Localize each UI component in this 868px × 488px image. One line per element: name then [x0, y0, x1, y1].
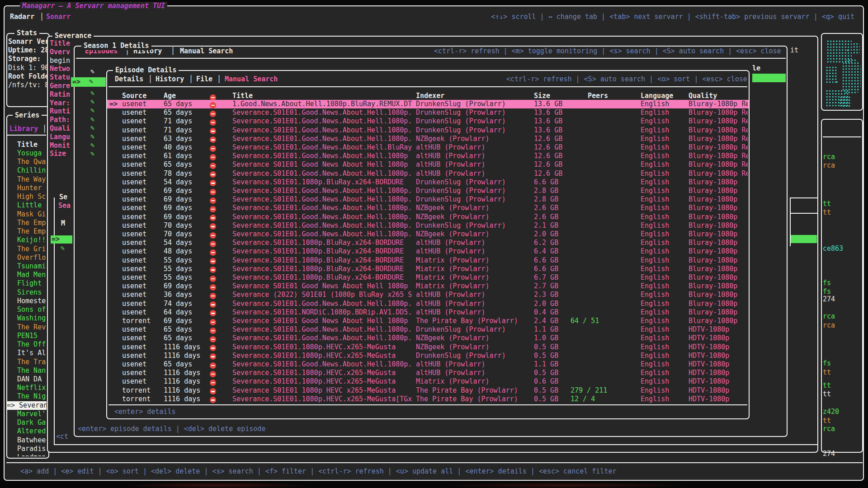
series-item[interactable]: Sirens	[17, 288, 47, 297]
release-row[interactable]: usenet54 daysSeverance.S01E01.1080p.BluR…	[107, 239, 749, 247]
release-row[interactable]: usenet71 daysSeverance.S01E01.Good.News.…	[107, 126, 749, 135]
column-header-peers[interactable]: Peers	[588, 92, 608, 100]
series-item[interactable]: Dark Ga	[17, 418, 47, 427]
series-item[interactable]: Batwhee	[17, 436, 47, 445]
series-item[interactable]: Keijo!!	[17, 236, 47, 244]
release-row[interactable]: usenet36 daysSeverance (2022) S01E01 (10…	[107, 291, 749, 299]
series-item[interactable]: The Emp	[17, 227, 47, 236]
release-row[interactable]: usenet1116 daysSeverance.S01E01.1080p.HE…	[107, 343, 749, 352]
episode-monitor-icon[interactable]: ✎	[90, 141, 94, 150]
series-item[interactable]: The Nig	[17, 392, 47, 401]
column-header-size[interactable]: Size	[534, 92, 550, 100]
series-item[interactable]: It's Al	[17, 349, 47, 357]
episode-monitor-icon[interactable]: ✎	[90, 132, 94, 141]
tab-details[interactable]: Details	[115, 75, 143, 84]
release-row[interactable]: usenet54 daysSeverance.S01E01.1080p.BluR…	[107, 178, 749, 187]
release-row[interactable]: torrent1116 daysSeverance.S01E01.1080p.H…	[107, 395, 749, 404]
series-item[interactable]: The Off	[17, 340, 47, 349]
series-item[interactable]: The Qwa	[17, 158, 47, 166]
episode-monitor-icon[interactable]: ✎	[90, 106, 94, 115]
release-row[interactable]: usenet69 daysSeverance.S01E01.Good.News.…	[107, 195, 749, 204]
series-item[interactable]: The Nan	[17, 366, 47, 375]
release-row[interactable]: =>usenet65 days1.Good.News.About.Hell.10…	[107, 100, 749, 108]
series-item[interactable]: The Rev	[17, 323, 47, 332]
release-row[interactable]: usenet69 daysSeverance S01E01 Good News …	[107, 282, 749, 291]
release-row[interactable]: usenet40 daysSeverance.S01E01.Good.News.…	[107, 143, 749, 152]
release-row[interactable]: torrent1116 daysSeverance S01E01 1080p H…	[107, 386, 749, 395]
column-header-source[interactable]: Source	[122, 92, 146, 100]
series-item[interactable]: Little	[17, 201, 47, 210]
column-header-quality[interactable]: Quality	[689, 92, 717, 100]
series-item[interactable]: The Emp	[17, 219, 47, 227]
episode-monitor-icon[interactable]: ✎	[90, 124, 94, 132]
series-item[interactable]: Mask Gi	[17, 210, 47, 219]
release-row[interactable]: usenet55 daysSeverance.S01E01.1080p.BluR…	[107, 265, 749, 273]
sidebar-tab-library[interactable]: Library	[9, 125, 38, 133]
column-header-title[interactable]: Title	[232, 92, 253, 100]
series-item[interactable]: Tsunami	[17, 262, 47, 271]
series-item[interactable]: Sons of	[17, 305, 47, 314]
release-row[interactable]: usenet1116 daysSeverance.S01E01.1080p.HE…	[107, 377, 749, 386]
stats-line: Disk 1: 90	[8, 64, 48, 72]
release-row[interactable]: usenet1116 daysSeverance.S01E01.1080p.HE…	[107, 352, 749, 360]
series-item[interactable]: DAN DA	[17, 375, 47, 384]
tab-ep-manual-search[interactable]: Manual Search	[225, 75, 278, 84]
tab-manual-search[interactable]: Manual Search	[180, 47, 233, 56]
cell-source: usenet	[122, 178, 146, 187]
series-item[interactable]: Netflix	[17, 384, 47, 392]
release-row[interactable]: usenet64 daysSeverance.S01E01.NORDiC.108…	[107, 308, 749, 317]
series-item[interactable]: Mad Men	[17, 271, 47, 279]
release-row[interactable]: usenet69 daysSeverance.S01E01.Good.News.…	[107, 187, 749, 195]
tab-file[interactable]: File	[196, 75, 212, 84]
tab-radarr[interactable]: Radarr	[10, 13, 34, 21]
release-row[interactable]: usenet65 daysSeverance.S01E01.Good.News.…	[107, 108, 749, 117]
series-item[interactable]: Washing	[17, 314, 47, 323]
release-row[interactable]: usenet65 daysSeverance.S01E01.Good.News.…	[107, 325, 749, 334]
series-item[interactable]: The Way	[17, 175, 47, 184]
release-row[interactable]: usenet65 daysSeverance.S01E01.Good.News.…	[107, 360, 749, 369]
series-item[interactable]: Hunter	[17, 184, 47, 192]
series-item[interactable]: PEN15	[17, 332, 47, 340]
series-item[interactable]: The Gri	[17, 245, 47, 253]
release-row[interactable]: usenet55 daysSeverance.S01E01.1080p.BluR…	[107, 273, 749, 282]
series-item[interactable]: Flight	[17, 279, 47, 288]
series-item[interactable]: Altered	[17, 427, 47, 436]
series-item[interactable]: Landman	[17, 453, 47, 456]
release-row[interactable]: usenet1116 daysSeverance.S01E01.1080p.HE…	[107, 369, 749, 377]
release-row[interactable]: usenet70 daysSeverance.S01E01.Good.News.…	[107, 230, 749, 239]
series-item[interactable]: The Tra	[17, 358, 47, 366]
release-row[interactable]: usenet70 daysSeverance.S01E01.Good.News.…	[107, 221, 749, 230]
release-row[interactable]: usenet69 daysSeverance.S01E01.Good.News.…	[107, 204, 749, 212]
episode-monitor-icon[interactable]: ✎	[90, 150, 94, 158]
release-row[interactable]: usenet55 daysSeverance.S01E01.1080p.BluR…	[107, 256, 749, 265]
column-header-age[interactable]: Age	[164, 92, 176, 100]
episode-monitor-icon[interactable]: ✎	[90, 98, 94, 106]
column-header-language[interactable]: Language	[641, 92, 673, 100]
selected-episode-row-right[interactable]	[752, 74, 786, 82]
release-row[interactable]: usenet78 daysSeverance.S01E01.Good.News.…	[107, 169, 749, 178]
release-row[interactable]: usenet63 daysSeverance.S01E01.Good.News.…	[107, 135, 749, 143]
episode-monitor-icon[interactable]: ✎	[90, 115, 94, 124]
series-item[interactable]: High Sc	[17, 192, 47, 201]
series-item[interactable]: Chillin	[17, 166, 47, 175]
release-row[interactable]: usenet69 daysSeverance.S01E01.Good.News.…	[107, 213, 749, 221]
release-row[interactable]: torrent69 daysSeverance S01E01 Good News…	[107, 317, 749, 325]
release-row[interactable]: usenet61 daysSeverance.S01E01.Good.News.…	[107, 152, 749, 160]
series-item[interactable]: Homeste	[17, 297, 47, 305]
release-row[interactable]: usenet71 daysSeverance.S01E01.Good.News.…	[107, 117, 749, 126]
episode-monitor-icon[interactable]: ✎	[90, 89, 94, 98]
tab-ep-history[interactable]: History	[156, 75, 184, 84]
series-item[interactable]: Overflo	[17, 253, 47, 262]
episode-monitor-icon[interactable]: ✎	[90, 67, 94, 76]
column-header-indexer[interactable]: Indexer	[416, 92, 444, 100]
tab-sonarr[interactable]: Sonarr	[46, 13, 71, 21]
release-row[interactable]: usenet48 daysSeverance.S01E01.1080p.BluR…	[107, 247, 749, 256]
release-row[interactable]: usenet74 daysSeverance.S01E01.Good.News.…	[107, 300, 749, 308]
series-item[interactable]: Yosuga	[17, 149, 47, 158]
release-row[interactable]: usenet65 daysSeverance S01E01 Good News …	[107, 160, 749, 169]
series-item[interactable]: Paradis	[17, 445, 47, 453]
release-row[interactable]: usenet65 daysSeverance.S01E01.Good.News.…	[107, 334, 749, 343]
series-item[interactable]: Marvel'	[17, 410, 47, 418]
mid-fragment-selected-row[interactable]	[791, 235, 817, 243]
series-item[interactable]: => Severan	[7, 401, 47, 410]
